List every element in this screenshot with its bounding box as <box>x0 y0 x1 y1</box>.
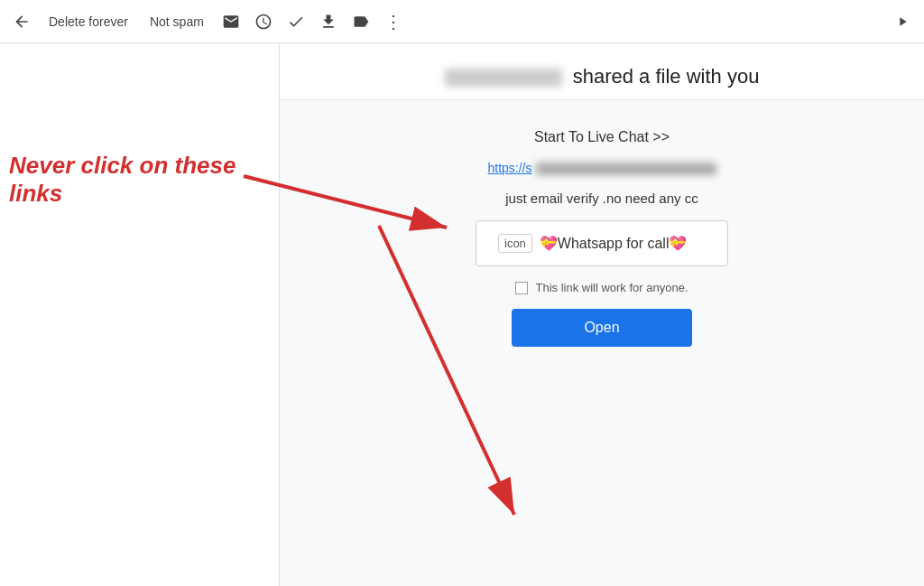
more-options-button[interactable]: ⋮ <box>379 7 408 36</box>
back-button[interactable] <box>7 7 36 36</box>
phishing-link[interactable]: https://s <box>487 161 716 175</box>
label-icon[interactable] <box>346 7 375 36</box>
left-panel: Never click on these links <box>0 43 280 586</box>
link-notice-text: This link will work for anyone. <box>535 281 688 294</box>
delete-forever-button[interactable]: Delete forever <box>40 9 137 34</box>
link-blurred <box>536 163 716 175</box>
main-content: Never click on these links shared a file… <box>0 43 924 586</box>
not-spam-button[interactable]: Not spam <box>141 9 213 34</box>
whatsapp-text: 💝Whatsapp for call💝 <box>540 235 688 252</box>
phishing-link-container: https://s <box>487 160 716 176</box>
link-notice-container: This link will work for anyone. <box>515 281 688 294</box>
email-panel: shared a file with you Start To Live Cha… <box>280 43 924 586</box>
email-body: Start To Live Chat >> https://s just ema… <box>280 100 924 586</box>
subject-blurred-name <box>445 69 562 87</box>
task-icon[interactable] <box>282 7 310 36</box>
icon-label: icon <box>498 234 532 253</box>
more-icon-right[interactable] <box>888 7 917 36</box>
link-checkbox[interactable] <box>515 282 528 294</box>
open-button[interactable]: Open <box>512 309 691 347</box>
live-chat-text: Start To Live Chat >> <box>534 129 670 145</box>
warning-text: Never click on these links <box>9 152 279 208</box>
move-icon[interactable] <box>314 7 343 36</box>
toolbar: Delete forever Not spam ⋮ <box>0 0 924 43</box>
snooze-icon[interactable] <box>249 7 278 36</box>
whatsapp-box[interactable]: icon 💝Whatsapp for call💝 <box>476 220 728 266</box>
email-header: shared a file with you <box>280 43 924 100</box>
mark-unread-icon[interactable] <box>217 7 245 36</box>
verify-text: just email verify .no need any cc <box>505 191 698 206</box>
email-subject: shared a file with you <box>309 65 895 88</box>
